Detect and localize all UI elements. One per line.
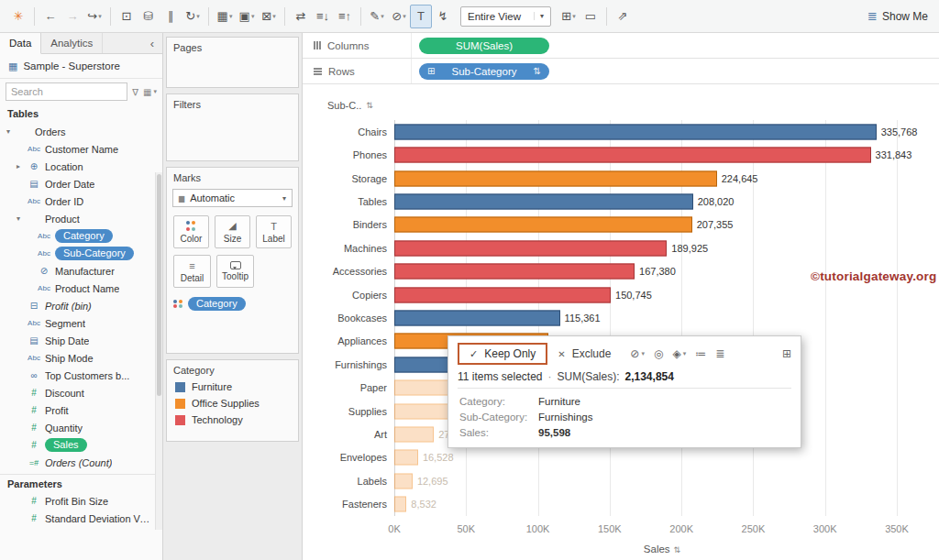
view-data-icon[interactable]: ⊞ (782, 347, 791, 360)
category-label[interactable]: Copiers (303, 290, 387, 301)
fix-axes-button[interactable]: ↯ (432, 5, 454, 28)
search-input[interactable] (6, 82, 127, 101)
color-button[interactable]: Color (173, 215, 209, 248)
field-customer-name[interactable]: AbcCustomer Name (0, 140, 162, 158)
sum-sales-pill[interactable]: SUM(Sales) (419, 38, 549, 54)
exclude-button[interactable]: ✕ Exclude (547, 343, 621, 365)
show-me-button[interactable]: ≣ Show Me (864, 9, 932, 23)
category-label[interactable]: Chairs (303, 126, 387, 137)
mark-type-dropdown[interactable]: ▆ Automatic ▾ (172, 189, 293, 207)
field-ship-date[interactable]: ▤Ship Date (0, 332, 162, 349)
field-orders[interactable]: ▾Orders (0, 123, 162, 140)
keep-only-button[interactable]: ✓ Keep Only (458, 343, 547, 365)
field-ship-mode[interactable]: AbcShip Mode (0, 349, 162, 367)
bar-copiers[interactable] (394, 287, 611, 302)
tooltip-button[interactable]: Tooltip (216, 255, 254, 288)
legend-item-technology[interactable]: Technology (167, 412, 298, 428)
field-sub-category[interactable]: AbcSub-Category (0, 245, 162, 262)
field-location[interactable]: ▸⊕Location (0, 158, 162, 175)
tab-data[interactable]: Data (0, 33, 41, 54)
fields-scrollbar[interactable] (155, 172, 162, 530)
field-order-date[interactable]: ▤Order Date (0, 175, 162, 192)
label-button[interactable]: TLabel (256, 215, 292, 248)
datasource-item[interactable]: ▦ Sample - Superstore (0, 54, 162, 79)
field-profit-bin[interactable]: ⊟Profit (bin) (0, 297, 162, 314)
category-label[interactable]: Phones (303, 149, 387, 160)
sort-ascending-button[interactable]: ≡↓ (312, 5, 334, 28)
pages-shelf[interactable]: Pages (166, 37, 299, 88)
tab-analytics[interactable]: Analytics (41, 33, 103, 53)
back-button[interactable]: ← (39, 5, 61, 28)
size-button[interactable]: ◢Size (215, 215, 250, 248)
new-datasource-button[interactable]: ⛁ (138, 5, 160, 28)
tag-icon[interactable]: ◈▾ (672, 347, 686, 360)
legend-item-furniture[interactable]: Furniture (167, 379, 298, 395)
sort-descending-button[interactable]: ≡↑ (334, 5, 356, 28)
category-label[interactable]: Accessories (303, 266, 387, 277)
bar-accessories[interactable] (394, 264, 635, 280)
redo-button[interactable]: ↪▾ (83, 5, 105, 28)
category-label[interactable]: Art (303, 429, 387, 440)
bar-art[interactable] (394, 426, 434, 442)
clear-sheet-button[interactable]: ⊠▾ (258, 5, 280, 28)
row-field-header[interactable]: Sub-C.. ⇅ (327, 100, 373, 111)
category-label[interactable]: Supplies (303, 406, 387, 417)
field-product[interactable]: ▾Product (0, 210, 162, 227)
bar-machines[interactable] (394, 240, 667, 256)
field-order-id[interactable]: AbcOrder ID (0, 192, 162, 210)
sort-icon[interactable]: ≣ (715, 347, 724, 360)
highlight-icon[interactable]: ◎ (654, 347, 663, 360)
run-updates-button[interactable]: ↻▾ (182, 5, 204, 28)
rows-shelf[interactable]: Rows ⊞ Sub-Category ⇅ (303, 59, 939, 84)
parameter-profit-bin-size[interactable]: #Profit Bin Size (0, 492, 162, 510)
parameter-standard-deviation-value[interactable]: #Standard Deviation Value (0, 510, 162, 527)
bar-tables[interactable] (394, 193, 693, 209)
field-manufacturer[interactable]: ⊘Manufacturer (0, 262, 162, 280)
bar-fasteners[interactable] (394, 497, 406, 512)
presentation-mode-button[interactable]: ▭ (580, 5, 602, 28)
field-discount[interactable]: #Discount (0, 384, 162, 401)
bar-storage[interactable] (394, 170, 717, 186)
group-members-button[interactable]: ⊘▾ (388, 5, 410, 28)
field-product-name[interactable]: AbcProduct Name (0, 280, 162, 297)
field-quantity[interactable]: #Quantity (0, 419, 162, 436)
group-create-icon[interactable]: ≔ (695, 347, 706, 360)
field-segment[interactable]: AbcSegment (0, 314, 162, 332)
field-orders-count[interactable]: =#Orders (Count) (0, 454, 162, 471)
category-label[interactable]: Envelopes (303, 452, 387, 463)
field-sales[interactable]: #Sales (0, 436, 162, 454)
filters-shelf[interactable]: Filters (166, 93, 299, 161)
field-profit[interactable]: #Profit (0, 401, 162, 419)
bar-labels[interactable] (394, 473, 413, 489)
field-top-customers-b[interactable]: ∞Top Customers b... (0, 367, 162, 384)
attach-icon[interactable]: ⊘▾ (630, 347, 645, 360)
field-category[interactable]: AbcCategory (0, 227, 162, 245)
category-label[interactable]: Binders (303, 219, 387, 230)
category-label[interactable]: Fasteners (303, 499, 387, 510)
category-label[interactable]: Machines (303, 243, 387, 254)
category-label[interactable]: Bookcases (303, 313, 387, 324)
show-hide-cards-button[interactable]: ⊞▾ (558, 5, 580, 28)
x-axis-title[interactable]: Sales⇅ (394, 544, 930, 555)
marks-category-pill[interactable]: Category (188, 297, 246, 311)
category-label[interactable]: Paper (303, 382, 387, 393)
duplicate-button[interactable]: ▣▾ (236, 5, 258, 28)
collapse-pane-button[interactable]: ‹ (142, 33, 162, 53)
category-label[interactable]: Appliances (303, 335, 387, 346)
tableau-logo-icon[interactable]: ✳ (7, 5, 29, 28)
scrollbar-thumb[interactable] (157, 174, 161, 396)
highlight-button[interactable]: ✎▾ (366, 5, 388, 28)
show-mark-labels-button[interactable]: T (410, 5, 432, 28)
sub-category-pill[interactable]: ⊞ Sub-Category ⇅ (419, 63, 549, 80)
bar-phones[interactable] (394, 148, 871, 163)
columns-shelf[interactable]: Columns SUM(Sales) (303, 33, 939, 59)
fit-dropdown[interactable]: Entire View ▾ (460, 6, 551, 27)
category-label[interactable]: Furnishings (303, 359, 387, 370)
bar-binders[interactable] (394, 217, 692, 233)
detail-button[interactable]: ≡Detail (173, 255, 211, 288)
bar-chairs[interactable] (394, 124, 877, 139)
category-label[interactable]: Labels (303, 476, 387, 487)
share-button[interactable]: ⇗ (612, 5, 634, 28)
save-button[interactable]: ⊡ (116, 5, 138, 28)
bar-envelopes[interactable] (394, 450, 418, 466)
